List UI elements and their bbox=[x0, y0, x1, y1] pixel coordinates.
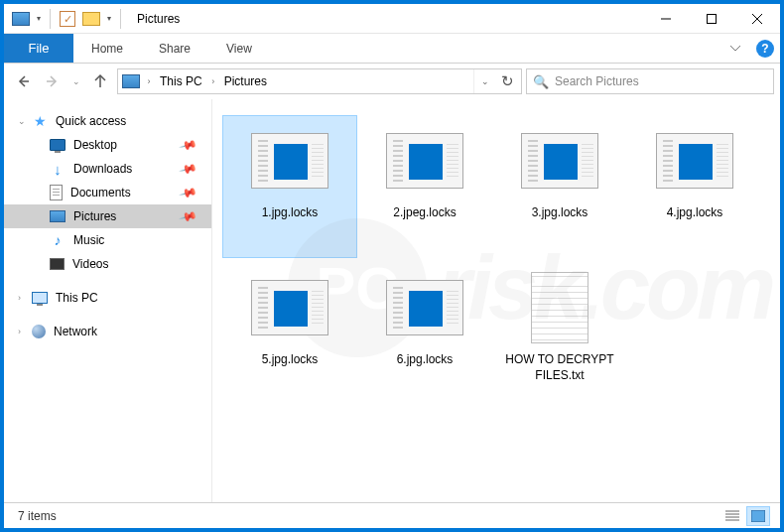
tree-label: Videos bbox=[72, 257, 108, 271]
status-bar: 7 items bbox=[4, 502, 780, 528]
quick-access-toolbar: ▾ ✓ ▾ bbox=[4, 8, 131, 30]
file-name: 4.jpg.locks bbox=[665, 205, 725, 221]
file-name: HOW TO DECRYPT FILES.txt bbox=[500, 352, 619, 383]
file-thumbnail-icon bbox=[251, 133, 328, 189]
text-file-icon bbox=[531, 272, 588, 343]
file-thumbnail bbox=[512, 269, 607, 346]
chevron-right-icon[interactable]: › bbox=[18, 327, 21, 336]
tree-label: Pictures bbox=[73, 209, 116, 223]
app-icon[interactable] bbox=[10, 8, 32, 30]
tree-label: Downloads bbox=[73, 162, 132, 176]
file-thumbnail-icon bbox=[521, 133, 598, 189]
file-item[interactable]: 2.jpeg.locks bbox=[357, 115, 492, 258]
separator bbox=[120, 9, 121, 29]
tree-label: Music bbox=[73, 233, 104, 247]
pin-icon: 📌 bbox=[179, 135, 198, 155]
tree-label: Quick access bbox=[56, 114, 126, 128]
refresh-button[interactable]: ↻ bbox=[495, 69, 519, 93]
window-controls bbox=[643, 4, 780, 34]
separator bbox=[50, 9, 51, 29]
file-item[interactable]: 3.jpg.locks bbox=[492, 115, 627, 258]
file-name: 3.jpg.locks bbox=[530, 205, 590, 221]
tree-item-desktop[interactable]: Desktop📌 bbox=[4, 133, 211, 157]
qat-menu-arrow-icon[interactable]: ▾ bbox=[34, 14, 44, 23]
tree-item-pictures[interactable]: Pictures📌 bbox=[4, 204, 211, 228]
address-bar-row: ⌄ › This PC › Pictures ⌄ ↻ 🔍 bbox=[4, 64, 780, 99]
pictures-icon bbox=[50, 210, 65, 222]
help-button[interactable]: ? bbox=[750, 34, 780, 63]
search-icon: 🔍 bbox=[533, 74, 549, 89]
address-bar[interactable]: › This PC › Pictures ⌄ ↻ bbox=[117, 68, 522, 94]
file-thumbnail bbox=[512, 122, 607, 200]
tab-share[interactable]: Share bbox=[141, 34, 208, 63]
file-item[interactable]: HOW TO DECRYPT FILES.txt bbox=[492, 262, 627, 405]
chevron-right-icon[interactable]: › bbox=[206, 76, 220, 86]
network-icon bbox=[32, 325, 46, 338]
file-name: 6.jpg.locks bbox=[395, 352, 456, 368]
file-thumbnail-icon bbox=[251, 280, 328, 335]
file-thumbnail bbox=[647, 122, 742, 200]
properties-button[interactable]: ✓ bbox=[57, 8, 78, 30]
forward-button[interactable] bbox=[40, 68, 65, 94]
navigation-pane[interactable]: ⌄ ★ Quick access Desktop📌↓Downloads📌Docu… bbox=[4, 99, 212, 502]
qat-customize-arrow-icon[interactable]: ▾ bbox=[104, 14, 114, 23]
tree-label: Documents bbox=[70, 186, 131, 200]
chevron-right-icon[interactable]: › bbox=[142, 76, 156, 86]
breadcrumb-pictures[interactable]: Pictures bbox=[220, 70, 271, 92]
tree-label: Desktop bbox=[73, 138, 117, 152]
body: ⌄ ★ Quick access Desktop📌↓Downloads📌Docu… bbox=[4, 99, 780, 502]
address-dropdown-button[interactable]: ⌄ bbox=[473, 69, 495, 93]
tree-this-pc[interactable]: › This PC bbox=[4, 286, 211, 310]
thumbnails-view-button[interactable] bbox=[746, 506, 770, 526]
file-thumbnail bbox=[242, 122, 337, 200]
titlebar: ▾ ✓ ▾ Pictures bbox=[4, 4, 780, 34]
tree-item-downloads[interactable]: ↓Downloads📌 bbox=[4, 157, 211, 181]
file-thumbnail-icon bbox=[386, 133, 463, 189]
location-icon bbox=[122, 74, 140, 88]
tree-label: This PC bbox=[56, 291, 98, 305]
help-icon: ? bbox=[756, 40, 774, 58]
search-box[interactable]: 🔍 bbox=[526, 68, 774, 94]
pin-icon: 📌 bbox=[179, 159, 198, 179]
file-item[interactable]: 1.jpg.locks bbox=[222, 115, 357, 258]
close-button[interactable] bbox=[734, 4, 780, 34]
file-name: 2.jpeg.locks bbox=[391, 205, 457, 221]
file-item[interactable]: 5.jpg.locks bbox=[222, 262, 357, 405]
details-view-button[interactable] bbox=[720, 506, 744, 526]
pin-icon: 📌 bbox=[179, 206, 198, 226]
expand-ribbon-button[interactable] bbox=[720, 34, 750, 63]
tab-home[interactable]: Home bbox=[73, 34, 141, 63]
search-input[interactable] bbox=[555, 74, 767, 88]
file-item[interactable]: 4.jpg.locks bbox=[627, 115, 762, 258]
file-tab[interactable]: File bbox=[4, 34, 73, 63]
downloads-icon: ↓ bbox=[50, 161, 65, 177]
tree-item-music[interactable]: ♪Music bbox=[4, 228, 211, 252]
file-item[interactable]: 6.jpg.locks bbox=[357, 262, 492, 405]
breadcrumb-this-pc[interactable]: This PC bbox=[156, 70, 206, 92]
explorer-window: ▾ ✓ ▾ Pictures File Home Share View ? ⌄ bbox=[0, 0, 784, 532]
chevron-right-icon[interactable]: › bbox=[18, 293, 21, 303]
tree-item-videos[interactable]: Videos bbox=[4, 252, 211, 276]
tab-view[interactable]: View bbox=[208, 34, 270, 63]
file-thumbnail bbox=[242, 269, 337, 346]
new-folder-button[interactable] bbox=[80, 8, 102, 30]
this-pc-icon bbox=[32, 292, 48, 304]
file-name: 5.jpg.locks bbox=[260, 352, 321, 368]
file-list[interactable]: PCrisk.com 1.jpg.locks2.jpeg.locks3.jpg.… bbox=[212, 99, 780, 502]
music-icon: ♪ bbox=[50, 232, 65, 248]
file-thumbnail-icon bbox=[386, 280, 463, 335]
recent-locations-button[interactable]: ⌄ bbox=[69, 68, 83, 94]
back-button[interactable] bbox=[10, 68, 36, 94]
chevron-down-icon[interactable]: ⌄ bbox=[18, 116, 26, 126]
up-button[interactable] bbox=[87, 68, 113, 94]
tree-network[interactable]: › Network bbox=[4, 320, 211, 343]
minimize-button[interactable] bbox=[643, 4, 689, 34]
maximize-button[interactable] bbox=[689, 4, 734, 34]
documents-icon bbox=[50, 185, 63, 200]
tree-label: Network bbox=[54, 325, 97, 338]
svg-rect-1 bbox=[708, 14, 717, 23]
file-thumbnail bbox=[377, 122, 472, 200]
tree-item-documents[interactable]: Documents📌 bbox=[4, 181, 211, 204]
star-icon: ★ bbox=[32, 113, 48, 129]
tree-quick-access[interactable]: ⌄ ★ Quick access bbox=[4, 109, 211, 133]
